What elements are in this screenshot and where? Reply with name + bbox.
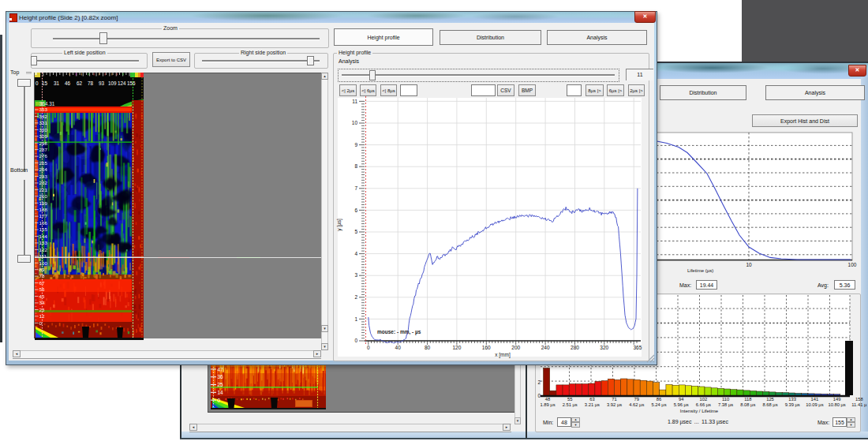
svg-text:110: 110 xyxy=(722,397,729,402)
svg-text:166: 166 xyxy=(39,220,48,226)
svg-text:149: 149 xyxy=(833,397,841,402)
svg-text:240: 240 xyxy=(541,345,550,350)
svg-text:120: 120 xyxy=(452,345,461,350)
svg-text:80: 80 xyxy=(425,345,431,350)
svg-text:7.38 µs: 7.38 µs xyxy=(718,402,733,407)
svg-text:133: 133 xyxy=(788,397,796,402)
svg-text:5.96 µs: 5.96 µs xyxy=(674,402,689,407)
svg-text:15: 15 xyxy=(42,80,48,86)
svg-text:1: 1 xyxy=(354,316,357,322)
svg-text:125: 125 xyxy=(766,397,774,402)
svg-text:199: 199 xyxy=(39,200,48,206)
svg-text:3.21 µs: 3.21 µs xyxy=(585,402,600,407)
svg-text:280: 280 xyxy=(571,345,579,350)
svg-text:31: 31 xyxy=(54,80,60,86)
svg-text:2: 2 xyxy=(354,294,357,300)
svg-text:36: 36 xyxy=(218,374,224,379)
svg-text:3.92 µs: 3.92 µs xyxy=(607,402,622,407)
svg-text:141: 141 xyxy=(811,397,819,402)
svg-text:0: 0 xyxy=(537,393,541,398)
svg-text:62: 62 xyxy=(77,80,83,86)
svg-text:55: 55 xyxy=(567,397,572,402)
svg-text:10.09 µs: 10.09 µs xyxy=(806,402,823,407)
svg-text:9.39 µs: 9.39 µs xyxy=(785,402,800,407)
svg-text:71: 71 xyxy=(612,397,616,402)
svg-text:46: 46 xyxy=(65,80,71,86)
svg-text:298: 298 xyxy=(39,140,48,146)
svg-text:63: 63 xyxy=(589,397,594,402)
svg-text:160: 160 xyxy=(482,345,491,350)
svg-text:109: 109 xyxy=(108,80,117,86)
svg-text:144: 144 xyxy=(39,234,48,239)
svg-text:9: 9 xyxy=(354,142,357,148)
svg-text:8: 8 xyxy=(354,163,357,169)
svg-text:156: 156 xyxy=(127,80,136,86)
svg-text:14: 14 xyxy=(218,390,224,395)
svg-text:0: 0 xyxy=(354,338,357,343)
svg-text:4.62 µs: 4.62 µs xyxy=(629,402,644,407)
svg-text:320: 320 xyxy=(39,127,48,133)
svg-text:177: 177 xyxy=(39,213,48,219)
svg-text:188: 188 xyxy=(39,207,48,212)
svg-text:86: 86 xyxy=(657,397,661,402)
svg-text:287: 287 xyxy=(39,147,48,152)
svg-text:200: 200 xyxy=(511,345,520,350)
svg-text:100: 100 xyxy=(848,262,857,267)
svg-text:48: 48 xyxy=(545,397,550,402)
svg-text:10: 10 xyxy=(746,262,752,267)
svg-text:122: 122 xyxy=(39,247,48,252)
svg-text:124: 124 xyxy=(118,80,126,86)
svg-text:2: 2 xyxy=(537,379,541,385)
svg-text:4: 4 xyxy=(354,251,357,256)
svg-text:7: 7 xyxy=(354,185,357,191)
svg-text:mouse: - mm, - µs: mouse: - mm, - µs xyxy=(377,329,421,335)
svg-text:47: 47 xyxy=(218,367,224,372)
svg-text:3: 3 xyxy=(354,272,357,278)
svg-text:276: 276 xyxy=(39,153,48,159)
svg-text:y [µs]: y [µs] xyxy=(336,219,342,231)
svg-text:118: 118 xyxy=(744,397,751,402)
svg-text:11.41 µ: 11.41 µ xyxy=(851,402,867,407)
svg-text:0: 0 xyxy=(218,398,221,403)
svg-text:254: 254 xyxy=(39,166,48,172)
svg-text:353: 353 xyxy=(39,107,48,112)
svg-text:40: 40 xyxy=(395,345,402,350)
svg-text:6: 6 xyxy=(354,207,357,213)
svg-text:133: 133 xyxy=(39,240,48,245)
svg-text:10: 10 xyxy=(352,120,358,125)
svg-text:11: 11 xyxy=(352,99,357,104)
svg-text:5: 5 xyxy=(354,229,357,234)
svg-text:2.51 µs: 2.51 µs xyxy=(563,402,578,407)
svg-text:79: 79 xyxy=(634,397,639,402)
svg-text:309: 309 xyxy=(39,133,48,139)
svg-text:8.08 µs: 8.08 µs xyxy=(740,402,755,407)
svg-text:102: 102 xyxy=(700,397,708,402)
svg-text:331: 331 xyxy=(39,120,48,125)
svg-text:210: 210 xyxy=(39,193,48,199)
svg-text:320: 320 xyxy=(600,345,608,350)
svg-text:6.66 µs: 6.66 µs xyxy=(696,402,711,407)
svg-text:265: 265 xyxy=(39,160,48,166)
svg-text:x [mm]: x [mm] xyxy=(495,352,511,358)
svg-text:78: 78 xyxy=(88,80,94,86)
svg-text:94: 94 xyxy=(679,397,684,402)
svg-text:100: 100 xyxy=(39,260,48,266)
svg-text:158: 158 xyxy=(855,397,863,402)
svg-text:0: 0 xyxy=(39,320,43,326)
svg-text:342: 342 xyxy=(39,114,48,119)
svg-text:221: 221 xyxy=(39,187,48,192)
svg-text:1.89 µs: 1.89 µs xyxy=(540,402,555,407)
svg-text:243: 243 xyxy=(39,174,48,179)
svg-text:10.80 µs: 10.80 µs xyxy=(828,402,845,407)
svg-text:232: 232 xyxy=(39,180,48,185)
svg-text:25: 25 xyxy=(218,382,224,387)
svg-text:155: 155 xyxy=(39,226,48,232)
svg-text:0: 0 xyxy=(367,345,370,350)
svg-text:93: 93 xyxy=(99,80,105,86)
svg-text:8.68 µs: 8.68 µs xyxy=(762,402,777,407)
svg-text:0: 0 xyxy=(36,80,39,86)
svg-text:5.24 µs: 5.24 µs xyxy=(651,402,666,407)
svg-text:365: 365 xyxy=(633,345,642,350)
